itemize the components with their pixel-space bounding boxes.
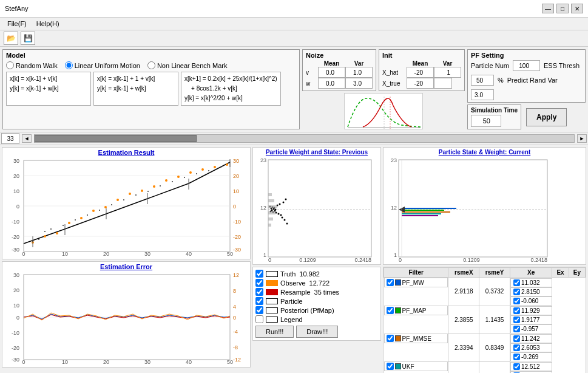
legend-posteriori: Posteriori (PfMap): [255, 306, 378, 314]
left-charts: Estimation Result 30 20 10 0 -10 -20 -30…: [2, 147, 251, 373]
svg-point-112: [280, 214, 282, 216]
svg-point-59: [196, 173, 197, 174]
ess-thresh-label: ESS Thresh: [544, 62, 580, 69]
legend-particle-check[interactable]: [255, 297, 263, 305]
legend-legend-color: [266, 317, 278, 323]
legend-observe-check[interactable]: [255, 279, 263, 287]
model-equations: x[k] = x[k-1] + v[k] y[k] = x[k-1] + w[k…: [6, 72, 296, 106]
svg-text:-4: -4: [233, 329, 238, 335]
radio-linear-uniform[interactable]: Linear Uniform Motion: [65, 61, 140, 69]
toolbar-save-button[interactable]: 💾: [21, 32, 35, 45]
svg-text:23: 23: [260, 157, 266, 163]
svg-text:0.2418: 0.2418: [530, 257, 547, 263]
noize-w-var[interactable]: [345, 78, 373, 89]
pf-sim-panel: PF Setting Particle Num ESS Thresh % Pre…: [467, 49, 586, 129]
run-button[interactable]: Run!!!: [255, 326, 294, 338]
init-var-header: Var: [434, 60, 461, 67]
svg-rect-120: [268, 205, 277, 208]
draw-button[interactable]: Draw!!!: [296, 326, 338, 338]
svg-point-47: [50, 228, 52, 230]
menu-help[interactable]: Help(H): [32, 19, 64, 29]
noize-table: Mean Var v w: [306, 60, 373, 89]
svg-text:0: 0: [399, 257, 402, 263]
svg-text:10: 10: [62, 359, 68, 365]
legend-posteriori-check[interactable]: [255, 306, 263, 314]
svg-point-110: [278, 213, 280, 215]
title-bar-controls: — □ ✕: [542, 4, 583, 13]
col-filter: Filter: [384, 268, 448, 278]
filter-table-row: UKF 1.6357 1.8962 12.512 1.3354 -1.539: [384, 361, 586, 373]
noize-v-mean[interactable]: [318, 67, 345, 78]
legend-truth-check[interactable]: [255, 270, 263, 278]
maximize-button[interactable]: □: [556, 4, 569, 13]
radio-nonlinear[interactable]: Non Linear Bench Mark: [147, 61, 228, 69]
svg-text:-20: -20: [233, 234, 241, 240]
svg-text:30: 30: [13, 272, 19, 278]
sim-time-label: Simulation Time: [471, 107, 518, 114]
scroll-left-button[interactable]: ◄: [22, 134, 32, 143]
legend-panel: Truth 10.982 Observe 12.722 Resample 35 …: [252, 267, 381, 341]
scrollbar[interactable]: [34, 134, 575, 143]
predict-rand-var-input[interactable]: [471, 89, 494, 100]
particle-current-chart: Particle State & Weight: Current 23 12 1…: [383, 147, 586, 265]
svg-point-31: [80, 217, 83, 219]
legend-legend-check[interactable]: [255, 315, 263, 323]
col-rsmey: rsmeY: [479, 268, 510, 278]
close-button[interactable]: ✕: [571, 4, 583, 13]
particle-num-input[interactable]: [513, 60, 540, 71]
scrollbar-thumb[interactable]: [35, 135, 197, 142]
svg-rect-119: [268, 199, 274, 202]
gaussian-svg: [345, 94, 424, 130]
svg-text:-10: -10: [12, 219, 19, 225]
svg-point-107: [275, 209, 277, 211]
col-ex: Ex: [552, 268, 569, 278]
pf-setting-label: PF Setting: [471, 52, 582, 59]
toolbar-open-button[interactable]: 📂: [4, 32, 18, 45]
filter-row-check[interactable]: [387, 335, 394, 342]
estimation-result-title: Estimation Result: [2, 148, 250, 157]
col-rsmex: rsmeX: [448, 268, 479, 278]
middle-panel: Particle Weight and State: Previous 23 1…: [252, 147, 381, 373]
svg-point-39: [177, 176, 180, 178]
scroll-right-button[interactable]: ►: [577, 134, 587, 143]
init-xhat-var[interactable]: [434, 67, 461, 78]
svg-text:0: 0: [233, 315, 236, 321]
legend-legend: Legend: [255, 315, 378, 323]
filter-row-check[interactable]: [387, 363, 394, 370]
filter-table-row: PF_MW 2.9118 0.3732 11.032 2.8150 -0.060: [384, 278, 586, 306]
noize-var-header: Var: [345, 60, 373, 67]
apply-button[interactable]: Apply: [526, 108, 567, 126]
filter-row-check[interactable]: [387, 279, 394, 286]
predict-rand-var-label: Predict Rand Var: [507, 77, 558, 84]
noize-v-var[interactable]: [345, 67, 373, 78]
svg-text:-12: -12: [233, 357, 241, 363]
svg-point-101: [271, 210, 273, 211]
init-xtrue-var[interactable]: [434, 78, 452, 89]
svg-text:1: 1: [263, 252, 266, 258]
menu-file[interactable]: File(F): [2, 19, 32, 29]
noize-row-v: v: [306, 67, 373, 78]
charts-section: Estimation Result 30 20 10 0 -10 -20 -30…: [0, 145, 588, 373]
model-label: Model: [6, 52, 296, 59]
ess-thresh-input[interactable]: [471, 75, 494, 86]
noize-w-mean[interactable]: [318, 78, 345, 89]
filter-table-row: PF_MAP 2.3855 1.1435 11.929 1.9177 -0.95…: [384, 306, 586, 334]
filter-row-check[interactable]: [387, 307, 394, 314]
init-xtrue-mean[interactable]: [407, 78, 434, 89]
init-row-xhat: X_hat: [382, 67, 461, 78]
noize-row-w: w: [306, 78, 373, 89]
legend-particle: Particle: [255, 297, 378, 305]
svg-point-29: [56, 232, 58, 234]
svg-text:-30: -30: [233, 247, 241, 253]
svg-text:0: 0: [268, 257, 271, 263]
scroll-position-input[interactable]: [1, 133, 19, 144]
particle-current-title: Particle State & Weight: Current: [384, 148, 586, 157]
scrollbar-area: ◄ ►: [0, 132, 588, 145]
radio-random-walk[interactable]: Random Walk: [6, 61, 58, 69]
sim-time-input[interactable]: [471, 115, 501, 127]
init-xhat-mean[interactable]: [407, 67, 434, 78]
svg-text:12: 12: [391, 205, 397, 211]
legend-resample-check[interactable]: [255, 288, 263, 296]
gaussian-chart: [344, 93, 423, 129]
minimize-button[interactable]: —: [542, 4, 554, 13]
